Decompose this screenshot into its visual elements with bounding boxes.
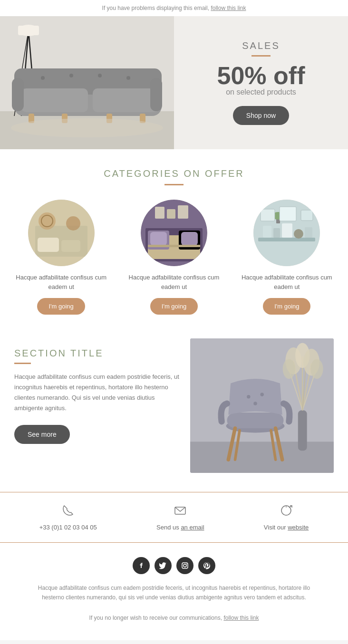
phone-number: +33 (0)1 02 03 04 05 xyxy=(39,524,97,531)
facebook-button[interactable] xyxy=(133,557,150,574)
unsubscribe-link[interactable]: follow this link xyxy=(223,615,259,621)
svg-rect-38 xyxy=(155,207,164,219)
category-item-1: Hacque adfabilitate confisus cum eadem u… xyxy=(15,200,107,315)
email-link[interactable]: an email xyxy=(181,524,204,531)
svg-rect-55 xyxy=(190,442,334,473)
content-left: SECTION TITLE Hacque adfabilitate confis… xyxy=(14,338,181,473)
website-text: Visit our website xyxy=(264,524,309,531)
svg-rect-47 xyxy=(305,227,312,238)
svg-point-22 xyxy=(11,118,163,137)
svg-rect-81 xyxy=(182,563,188,568)
svg-rect-50 xyxy=(261,209,275,221)
website-icon xyxy=(264,504,309,520)
svg-rect-42 xyxy=(258,238,315,241)
svg-rect-40 xyxy=(178,205,188,219)
email-icon xyxy=(156,504,204,520)
svg-point-21 xyxy=(126,76,130,80)
email-text: Send us an email xyxy=(156,524,204,531)
footer-contact: +33 (0)1 02 03 04 05 Send us an email xyxy=(0,492,348,543)
content-body: Hacque adfabilitate confisus cum eadem p… xyxy=(14,372,181,413)
category-text-3: Hacque adfabilitate confisus cum eadem u… xyxy=(241,273,333,291)
svg-rect-25 xyxy=(38,238,59,252)
svg-point-76 xyxy=(253,402,257,405)
shop-now-button[interactable]: Shop now xyxy=(233,106,289,125)
svg-rect-43 xyxy=(263,226,271,238)
topbar-link[interactable]: follow this link xyxy=(211,5,246,11)
svg-point-18 xyxy=(41,76,45,80)
hero-image xyxy=(0,16,174,149)
content-section: SECTION TITLE Hacque adfabilitate confis… xyxy=(0,329,348,487)
svg-rect-7 xyxy=(18,26,39,35)
svg-rect-10 xyxy=(21,88,88,112)
email-wrapper: If you have problems displaying this ema… xyxy=(0,0,348,640)
see-more-button[interactable]: See more xyxy=(14,425,70,444)
hero-accent-line xyxy=(251,55,271,57)
svg-rect-11 xyxy=(93,88,159,112)
category-circle-1 xyxy=(28,200,95,266)
svg-rect-26 xyxy=(61,240,80,252)
category-text-1: Hacque adfabilitate confisus cum eadem u… xyxy=(15,273,107,291)
svg-rect-45 xyxy=(282,223,292,238)
svg-rect-36 xyxy=(181,232,198,245)
svg-rect-37 xyxy=(148,245,200,247)
svg-point-83 xyxy=(186,564,187,565)
svg-rect-12 xyxy=(12,78,24,111)
hero-section: SALES 50% off on selected products Shop … xyxy=(0,16,348,149)
svg-point-19 xyxy=(69,74,73,77)
categories-heading: CATEGORIES ON OFFER xyxy=(10,168,338,179)
content-accent-line xyxy=(14,363,31,364)
category-text-2: Hacque adfabilitate confisus cum eadem u… xyxy=(128,273,220,291)
contact-phone: +33 (0)1 02 03 04 05 xyxy=(39,504,97,531)
top-bar: If you have problems displaying this ema… xyxy=(0,0,348,16)
section-title: SECTION TITLE xyxy=(14,348,181,359)
hero-content: SALES 50% off on selected products Shop … xyxy=(174,26,348,139)
social-section: Hacque adfabilitate confisus cum eadem p… xyxy=(0,548,348,640)
category-item-3: Hacque adfabilitate confisus cum eadem u… xyxy=(241,200,333,315)
svg-point-29 xyxy=(66,216,80,231)
phone-icon xyxy=(39,504,97,520)
categories-grid: Hacque adfabilitate confisus cum eadem u… xyxy=(10,200,338,315)
sales-label: SALES xyxy=(188,40,334,51)
svg-point-66 xyxy=(282,359,295,379)
svg-point-20 xyxy=(98,74,102,77)
svg-point-67 xyxy=(310,359,323,379)
category-circle-2 xyxy=(141,200,207,266)
contact-website: Visit our website xyxy=(264,504,309,531)
svg-rect-39 xyxy=(167,209,175,219)
category-btn-2[interactable]: I'm going xyxy=(150,298,198,315)
instagram-button[interactable] xyxy=(176,557,193,574)
social-icons-container xyxy=(10,557,338,574)
categories-section: CATEGORIES ON OFFER Hacque adf xyxy=(0,149,348,329)
svg-rect-35 xyxy=(150,232,167,245)
category-btn-3[interactable]: I'm going xyxy=(263,298,310,315)
twitter-button[interactable] xyxy=(155,557,172,574)
svg-point-82 xyxy=(184,564,186,567)
categories-accent-line xyxy=(164,184,184,185)
svg-rect-44 xyxy=(273,228,280,238)
subtitle-text: on selected products xyxy=(188,88,334,96)
category-btn-1[interactable]: I'm going xyxy=(37,298,85,315)
svg-point-74 xyxy=(247,395,251,399)
svg-rect-52 xyxy=(301,210,313,221)
svg-rect-69 xyxy=(227,413,283,428)
contact-email: Send us an email xyxy=(156,504,204,531)
svg-rect-56 xyxy=(298,410,307,451)
svg-point-46 xyxy=(294,229,303,239)
pinterest-button[interactable] xyxy=(198,557,215,574)
discount-text: 50% off xyxy=(188,63,334,88)
svg-rect-13 xyxy=(150,78,162,111)
content-image xyxy=(190,338,334,473)
footer-unsubscribe: If you no longer wish to receive our com… xyxy=(10,610,338,631)
svg-rect-51 xyxy=(280,207,296,221)
website-link[interactable]: website xyxy=(288,524,309,531)
footer-disclaimer: Hacque adfabilitate confisus cum eadem p… xyxy=(10,584,338,602)
topbar-text: If you have problems displaying this ema… xyxy=(102,5,209,11)
category-circle-3 xyxy=(253,200,320,266)
category-item-2: Hacque adfabilitate confisus cum eadem u… xyxy=(128,200,220,315)
svg-point-75 xyxy=(260,393,264,396)
